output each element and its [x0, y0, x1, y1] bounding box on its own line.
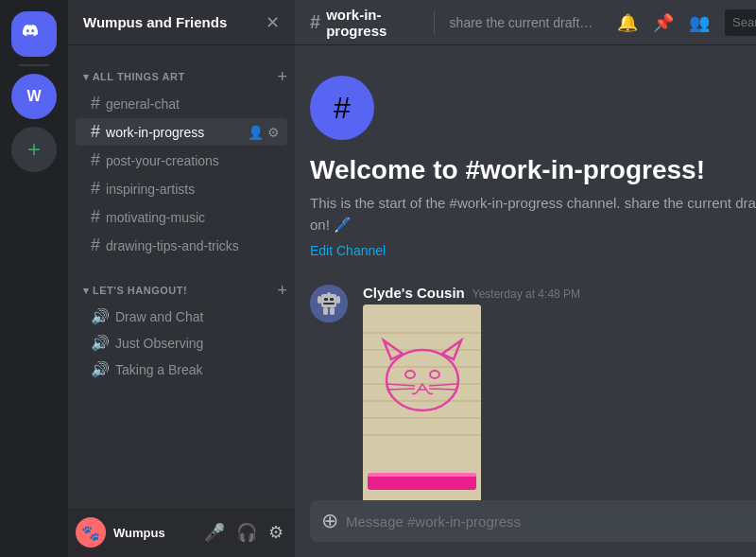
- category-label: ▾ ALL THINGS ART: [83, 71, 185, 83]
- welcome-icon: #: [310, 76, 374, 140]
- voice-icon: 🔊: [91, 307, 110, 325]
- close-icon: ✕: [266, 12, 280, 33]
- channel-sidebar: Wumpus and Friends ✕ ▾ ALL THINGS ART + …: [68, 0, 295, 557]
- server-name: Wumpus and Friends: [83, 14, 227, 30]
- channel-work-in-progress[interactable]: # work-in-progress 👤 ⚙: [76, 118, 287, 146]
- hash-icon: #: [91, 150, 100, 170]
- member-icon: 👤: [248, 125, 264, 140]
- user-info: Wumpus: [113, 526, 193, 540]
- channel-inspiring-artists[interactable]: # inspiring-artists: [76, 175, 287, 202]
- header-icons: 🔔 📌 👥 Search 🔍 @ ?: [617, 9, 756, 36]
- add-server-button[interactable]: +: [11, 127, 57, 172]
- main-area: # work-in-progress share the current dra…: [295, 0, 756, 557]
- channel-motivating-music[interactable]: # motivating-music: [76, 203, 287, 231]
- header-divider: [434, 11, 435, 34]
- voice-channel-name: Taking a Break: [115, 362, 203, 377]
- user-controls: 🎤 🎧 ⚙: [200, 518, 287, 547]
- category-label: ▾ LET'S HANGOUT!: [83, 285, 187, 297]
- channel-name: motivating-music: [106, 210, 280, 225]
- message-group: Clyde's Cousin Yesterday at 4:48 PM: [295, 281, 756, 500]
- members-icon[interactable]: 👥: [689, 12, 710, 33]
- channel-name: work-in-progress: [106, 125, 242, 140]
- svg-rect-28: [368, 475, 476, 490]
- voice-icon: 🔊: [91, 360, 110, 378]
- channel-icons: 👤 ⚙: [248, 125, 280, 140]
- svg-rect-6: [318, 296, 321, 304]
- hash-symbol: #: [334, 91, 351, 126]
- channel-welcome: # Welcome to #work-in-progress! This is …: [295, 61, 756, 281]
- server-header[interactable]: Wumpus and Friends ✕: [68, 0, 295, 45]
- user-avatar: 🐾: [76, 517, 106, 548]
- settings-icon[interactable]: ⚙: [265, 518, 287, 547]
- svg-rect-7: [336, 296, 340, 304]
- user-area: 🐾 Wumpus 🎤 🎧 ⚙: [68, 508, 295, 557]
- voice-icon: 🔊: [91, 334, 110, 352]
- channel-general-chat[interactable]: # general-chat: [76, 90, 287, 117]
- server-divider: [19, 64, 49, 66]
- channel-name: general-chat: [106, 96, 280, 112]
- hash-icon: #: [310, 11, 320, 33]
- search-placeholder: Search: [732, 15, 756, 29]
- hash-icon: #: [91, 94, 100, 113]
- input-area: ⊕ Message #work-in-progress 🎁 GIF 😊: [295, 500, 756, 557]
- notification-icon[interactable]: 🔔: [617, 12, 638, 33]
- svg-rect-4: [323, 303, 335, 305]
- headphone-icon[interactable]: 🎧: [232, 518, 261, 547]
- microphone-icon[interactable]: 🎤: [200, 518, 229, 547]
- hash-icon: #: [91, 179, 100, 199]
- edit-channel-link[interactable]: Edit Channel: [310, 243, 756, 258]
- message-content: Clyde's Cousin Yesterday at 4:48 PM: [363, 285, 756, 500]
- svg-rect-9: [330, 307, 335, 315]
- messages-area: # Welcome to #work-in-progress! This is …: [295, 45, 756, 500]
- pin-icon[interactable]: 📌: [653, 12, 674, 33]
- category-all-things-art[interactable]: ▾ ALL THINGS ART +: [68, 53, 295, 89]
- svg-rect-8: [323, 307, 328, 315]
- svg-rect-3: [330, 298, 334, 301]
- voice-draw-and-chat[interactable]: 🔊 Draw and Chat: [76, 304, 287, 329]
- current-channel-name: work-in-progress: [326, 7, 419, 39]
- discord-home-icon[interactable]: [11, 11, 57, 57]
- hash-icon: #: [91, 122, 100, 142]
- username: Wumpus: [113, 526, 193, 540]
- welcome-description: This is the start of the #work-in-progre…: [310, 193, 756, 235]
- add-channel-icon[interactable]: +: [277, 282, 287, 299]
- message-placeholder: Message #work-in-progress: [346, 513, 756, 530]
- message-timestamp: Yesterday at 4:48 PM: [472, 287, 580, 301]
- hash-icon: #: [91, 207, 100, 227]
- svg-rect-29: [368, 473, 476, 477]
- channel-list: ▾ ALL THINGS ART + # general-chat # work…: [68, 45, 295, 508]
- svg-rect-2: [324, 298, 328, 301]
- svg-rect-1: [321, 294, 336, 307]
- wumpus-server-icon[interactable]: W: [11, 74, 57, 119]
- voice-taking-a-break[interactable]: 🔊 Taking a Break: [76, 357, 287, 382]
- message-image[interactable]: [363, 305, 481, 500]
- channel-header-name: # work-in-progress: [310, 7, 419, 39]
- channel-header: # work-in-progress share the current dra…: [295, 0, 756, 45]
- hash-icon: #: [91, 235, 100, 255]
- welcome-title: Welcome to #work-in-progress!: [310, 155, 756, 185]
- voice-just-observing[interactable]: 🔊 Just Observing: [76, 330, 287, 356]
- channel-drawing-tips[interactable]: # drawing-tips-and-tricks: [76, 232, 287, 259]
- search-box[interactable]: Search 🔍: [725, 9, 756, 36]
- channel-name: drawing-tips-and-tricks: [106, 238, 280, 253]
- server-sidebar: W +: [0, 0, 68, 557]
- channel-post-your-creations[interactable]: # post-your-creations: [76, 147, 287, 174]
- message-header: Clyde's Cousin Yesterday at 4:48 PM: [363, 285, 756, 301]
- add-attachment-icon[interactable]: ⊕: [321, 509, 338, 533]
- message-input-box: ⊕ Message #work-in-progress 🎁 GIF 😊: [310, 500, 756, 542]
- add-channel-icon[interactable]: +: [277, 68, 287, 85]
- svg-line-27: [429, 389, 457, 390]
- settings-icon[interactable]: ⚙: [267, 125, 280, 140]
- channel-name: post-your-creations: [106, 153, 280, 168]
- channel-name: inspiring-artists: [106, 182, 280, 197]
- message-avatar: [310, 285, 348, 322]
- voice-channel-name: Draw and Chat: [115, 309, 203, 324]
- svg-rect-10: [363, 305, 481, 500]
- svg-rect-5: [327, 292, 331, 296]
- channel-topic: share the current draft of wh...: [450, 15, 595, 30]
- svg-line-25: [387, 389, 415, 390]
- category-lets-hangout[interactable]: ▾ LET'S HANGOUT! +: [68, 267, 295, 303]
- message-author: Clyde's Cousin: [363, 285, 465, 301]
- voice-channel-name: Just Observing: [115, 336, 203, 351]
